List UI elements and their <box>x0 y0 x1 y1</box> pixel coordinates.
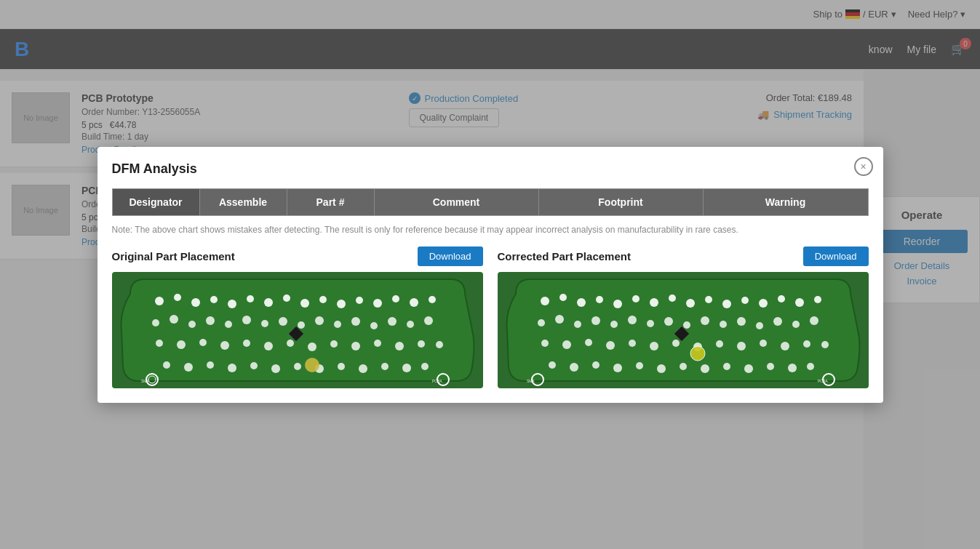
svg-point-35 <box>220 341 229 350</box>
svg-point-126 <box>690 346 705 361</box>
svg-point-98 <box>541 340 549 347</box>
dfm-note: Note: The above chart shows mistakes aft… <box>112 223 869 236</box>
svg-point-55 <box>359 364 367 373</box>
svg-point-11 <box>356 297 363 304</box>
svg-point-113 <box>570 363 578 372</box>
svg-point-51 <box>271 364 280 373</box>
modal-title: DFM Analysis <box>112 161 869 177</box>
svg-point-45 <box>436 341 443 348</box>
svg-point-117 <box>657 364 666 373</box>
svg-point-86 <box>610 321 618 328</box>
svg-point-5 <box>247 295 254 302</box>
svg-point-17 <box>170 315 178 324</box>
svg-point-115 <box>613 364 622 372</box>
svg-point-52 <box>294 363 301 370</box>
svg-point-58 <box>421 363 429 370</box>
svg-point-0 <box>155 297 164 305</box>
svg-point-103 <box>650 342 658 350</box>
svg-text:SMK: SMK <box>527 379 535 383</box>
corrected-pcb-svg: SMK PCBA <box>498 272 869 388</box>
svg-point-71 <box>632 295 640 302</box>
svg-point-16 <box>152 319 159 326</box>
svg-point-67 <box>559 294 567 301</box>
svg-text:PCBA: PCBA <box>818 379 828 383</box>
svg-point-23 <box>279 317 287 326</box>
svg-point-76 <box>722 300 731 308</box>
svg-point-37 <box>264 342 273 350</box>
svg-point-122 <box>767 363 774 370</box>
svg-point-26 <box>334 321 341 328</box>
svg-point-114 <box>592 361 599 369</box>
svg-point-6 <box>264 298 273 307</box>
svg-point-60 <box>305 358 319 372</box>
svg-point-12 <box>373 299 382 308</box>
original-download-button[interactable]: Download <box>418 247 483 266</box>
svg-point-80 <box>795 298 804 307</box>
svg-point-85 <box>591 316 600 325</box>
th-part-number: Part # <box>287 189 375 215</box>
svg-point-96 <box>792 321 800 328</box>
svg-text:SMK: SMK <box>141 379 150 383</box>
th-warning: Warning <box>704 189 868 215</box>
svg-point-95 <box>773 317 782 326</box>
svg-point-118 <box>680 363 687 370</box>
corrected-placement-panel: Corrected Part Placement Download <box>498 247 869 388</box>
dfm-analysis-modal: DFM Analysis × Designator Assemble Part … <box>97 147 883 403</box>
svg-point-19 <box>206 316 215 325</box>
svg-point-3 <box>210 296 218 303</box>
svg-point-84 <box>574 321 581 328</box>
svg-point-99 <box>562 340 571 349</box>
svg-point-101 <box>606 341 615 350</box>
svg-point-92 <box>720 321 727 328</box>
svg-point-109 <box>781 342 789 350</box>
svg-point-1 <box>174 294 181 301</box>
svg-point-44 <box>418 340 425 348</box>
svg-point-18 <box>188 321 196 328</box>
svg-point-57 <box>402 364 411 372</box>
original-placement-panel: Original Part Placement Download <box>112 247 483 388</box>
original-title: Original Part Placement <box>112 250 235 263</box>
svg-point-7 <box>283 294 290 302</box>
svg-point-91 <box>701 316 709 325</box>
svg-point-116 <box>636 362 643 369</box>
svg-point-81 <box>814 296 821 303</box>
svg-point-77 <box>741 297 749 304</box>
svg-point-83 <box>555 315 564 324</box>
svg-point-28 <box>370 322 378 329</box>
svg-point-21 <box>242 316 251 324</box>
original-panel-header: Original Part Placement Download <box>112 247 483 266</box>
svg-point-39 <box>308 342 316 351</box>
th-footprint: Footprint <box>539 189 704 215</box>
svg-point-66 <box>541 297 549 305</box>
svg-point-82 <box>538 319 545 326</box>
svg-point-50 <box>250 362 258 369</box>
th-comment: Comment <box>375 189 539 215</box>
svg-point-34 <box>199 339 207 346</box>
svg-point-102 <box>629 340 636 347</box>
svg-point-104 <box>672 340 680 347</box>
th-designator: Designator <box>113 189 200 215</box>
svg-point-88 <box>647 320 654 327</box>
svg-point-78 <box>759 299 768 308</box>
corrected-pcb-image: SMK PCBA <box>498 272 869 388</box>
svg-point-48 <box>207 361 214 369</box>
svg-point-27 <box>351 317 360 326</box>
svg-point-9 <box>319 296 327 303</box>
corrected-title: Corrected Part Placement <box>498 250 631 263</box>
modal-close-button[interactable]: × <box>854 157 873 176</box>
svg-point-20 <box>225 321 232 328</box>
svg-point-31 <box>424 316 433 325</box>
svg-point-42 <box>374 340 381 347</box>
svg-point-25 <box>315 316 324 325</box>
svg-point-32 <box>156 340 163 347</box>
svg-point-38 <box>287 340 294 347</box>
corrected-panel-header: Corrected Part Placement Download <box>498 247 869 266</box>
svg-point-47 <box>184 363 193 372</box>
svg-point-41 <box>351 342 360 350</box>
svg-point-108 <box>760 340 767 347</box>
svg-point-40 <box>330 340 338 348</box>
svg-point-119 <box>701 364 709 373</box>
svg-point-123 <box>788 364 797 372</box>
svg-point-68 <box>577 298 586 307</box>
corrected-download-button[interactable]: Download <box>803 247 869 266</box>
